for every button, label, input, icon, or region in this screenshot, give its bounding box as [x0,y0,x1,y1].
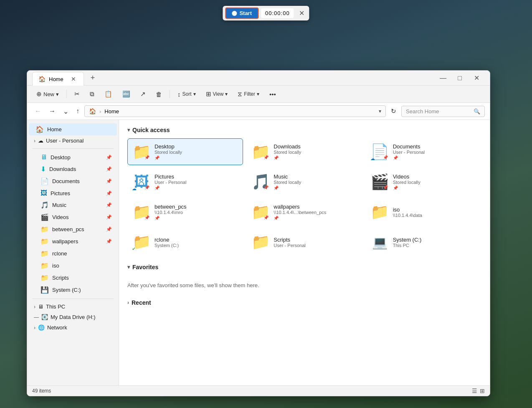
copy-icon: ⧉ [90,90,94,98]
paste-button[interactable]: 📋 [100,88,117,100]
sidebar-item-downloads[interactable]: ⬇ Downloads 📌 [29,163,117,175]
view-dropdown-icon: ▾ [225,91,228,97]
address-input[interactable]: 🏠 › Home ▾ [84,105,386,117]
share-button[interactable]: ↗ [136,88,150,100]
favorites-collapse-icon: ▾ [127,264,130,270]
sidebar-item-system-c[interactable]: 💾 System (C:) [29,284,117,296]
sidebar-section-this-pc[interactable]: › 🖥 This PC [29,301,117,312]
list-view-icon[interactable]: ☰ [472,388,477,394]
toolbar-separator-2 [170,90,170,98]
grid-item-scripts[interactable]: 📁 Scripts User - Personal [246,229,362,255]
toolbar-separator-1 [66,90,67,98]
sidebar-divider-1 [32,148,114,149]
forward-button[interactable]: → [46,106,58,117]
delete-button[interactable]: 🗑 [152,89,166,100]
new-button[interactable]: ⊕ New ▾ [32,88,63,100]
address-dropdown-button[interactable]: ▾ [379,108,381,114]
sidebar-section-user[interactable]: › ☁ User - Personal [29,135,117,146]
sidebar-section-data-drive[interactable]: — 💽 My Data Drive (H:) [29,312,117,322]
grid-item-downloads[interactable]: 📁 📌 Downloads Stored locally 📌 [246,138,362,165]
more-icon: ••• [269,91,276,98]
filter-label: Filter [244,91,255,97]
downloads-name: Downloads [274,143,301,150]
copy-button[interactable]: ⧉ [86,88,99,100]
sidebar-item-iso[interactable]: 📁 iso [29,260,117,272]
view-label: View [213,91,224,97]
more-button[interactable]: ••• [265,89,280,100]
recent-header[interactable]: › Recent [127,299,481,306]
new-tab-button[interactable]: + [87,73,99,83]
tab-close-button[interactable]: ✕ [69,75,78,83]
close-button[interactable]: ✕ [468,72,485,84]
sidebar-desktop-label: Desktop [51,154,71,161]
recent-locations-button[interactable]: ⌄ [61,106,71,117]
home-tab[interactable]: 🏠 Home ✕ [32,72,84,86]
sidebar-item-scripts[interactable]: 📁 Scripts [29,272,117,284]
music-info: Music Stored locally 📌 [274,173,301,190]
rclone-icon: 📁 [41,250,49,258]
sidebar-divider-2 [32,298,114,299]
sort-icon: ↕ [177,91,181,98]
back-button[interactable]: ← [32,106,44,117]
iso-folder-icon: 📁 [370,203,389,221]
sidebar-item-between-pcs[interactable]: 📁 between_pcs 📌 [29,223,117,235]
favorites-header[interactable]: ▾ Favorites [127,264,481,270]
sidebar-item-home[interactable]: 🏠 Home [29,123,117,135]
timer-close-button[interactable]: ✕ [296,8,307,18]
rename-button[interactable]: 🔤 [118,88,134,100]
scripts-icon: 📁 [41,274,49,282]
between-pcs-name: between_pcs [155,204,187,210]
grid-item-iso[interactable]: 📁 iso \\10.1.4.4\data [366,199,481,225]
quick-access-collapse-icon: ▾ [127,127,130,133]
grid-item-system-c[interactable]: 💻 System (C:) This PC [366,229,481,255]
refresh-button[interactable]: ↻ [388,106,399,117]
desktop-pin-text: 📌 [155,156,182,160]
grid-item-desktop[interactable]: 📁 📌 Desktop Stored locally 📌 [127,138,243,165]
view-button[interactable]: ⊞ View ▾ [202,88,232,100]
maximize-button[interactable]: □ [451,72,468,84]
start-label: Start [239,10,252,16]
sidebar-section-network[interactable]: › 🌐 Network [29,322,117,333]
search-box[interactable]: Search Home 🔍 [401,106,485,117]
pin-icon-videos: 📌 [106,214,112,220]
desktop-folder-wrap: 📁 📌 [133,143,150,161]
network-icon: 🌐 [38,324,45,331]
sidebar-item-desktop[interactable]: 🖥 Desktop 📌 [29,151,117,163]
sidebar-item-music[interactable]: 🎵 Music 📌 [29,199,117,211]
rclone-sync-overlay: ✔ [132,246,136,252]
videos-name: Videos [393,173,421,180]
pictures-pin-overlay: 📌 [144,185,149,190]
grid-item-documents[interactable]: 📄 ☁ 📌 Documents User - Personal 📌 [366,138,481,165]
music-folder-wrap: 🎵 📌 [252,173,269,191]
grid-item-wallpapers[interactable]: 📁 📌 wallpapers \\10.1.4.4\...\between_pc… [246,199,362,225]
minimize-button[interactable]: — [435,72,451,84]
between-pcs-pin-overlay: 📌 [144,215,149,220]
grid-item-between-pcs[interactable]: 📁 📌 between_pcs \\10.1.4.4\mro 📌 [127,199,243,225]
system-c-sub: This PC [393,243,422,248]
sidebar-item-pictures[interactable]: 🖼 Pictures 📌 [29,187,117,199]
documents-info: Documents User - Personal 📌 [393,143,425,160]
up-button[interactable]: ↑ [73,106,82,117]
grid-item-videos[interactable]: 🎬 📌 Videos Stored locally 📌 [366,168,481,195]
grid-item-rclone[interactable]: 📁 ✔ rclone System (C:) [127,229,243,255]
sidebar-item-documents[interactable]: 📄 Documents 📌 [29,175,117,187]
grid-view-icon[interactable]: ⊞ [480,388,485,394]
expand-icon: › [34,138,35,144]
scripts-folder-icon: 📁 [251,233,270,251]
sidebar-item-rclone[interactable]: 📁 rclone [29,247,117,260]
sidebar-item-wallpapers[interactable]: 📁 wallpapers 📌 [29,235,117,247]
system-c-folder-icon: 💻 [372,235,388,250]
sidebar-item-videos[interactable]: 🎬 Videos 📌 [29,211,117,223]
start-button[interactable]: Start [225,8,258,19]
between-pcs-pin-text: 📌 [155,216,187,220]
music-pin-text: 📌 [274,186,301,190]
filter-button[interactable]: ⧖ Filter ▾ [233,88,263,100]
grid-item-pictures[interactable]: 🖼 ☁ 📌 Pictures User - Personal 📌 [127,168,243,195]
music-name: Music [274,173,301,180]
rclone-name: rclone [155,237,179,243]
grid-item-music[interactable]: 🎵 📌 Music Stored locally 📌 [246,168,362,195]
sort-button[interactable]: ↕ Sort ▾ [173,89,200,100]
cut-button[interactable]: ✂ [70,88,84,100]
quick-access-header[interactable]: ▾ Quick access [127,127,481,133]
videos-info: Videos Stored locally 📌 [393,173,421,190]
